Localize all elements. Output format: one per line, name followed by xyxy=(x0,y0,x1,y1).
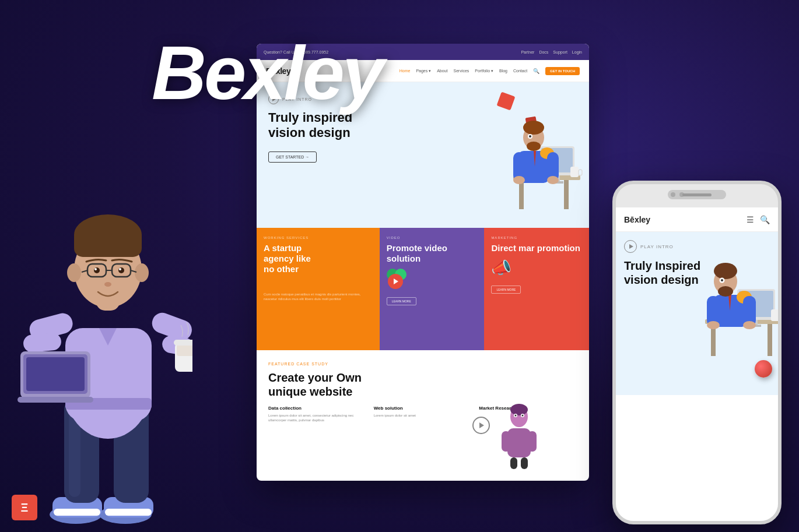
nav-item-services[interactable]: Services xyxy=(454,69,469,73)
svg-rect-60 xyxy=(570,167,579,177)
case-item-title-2: Web solution xyxy=(374,406,472,411)
mobile-screen: Bēxley ☰ 🔍 PLAY INTRO Truly Inspired vis… xyxy=(616,207,778,521)
mobile-mockup: Bēxley ☰ 🔍 PLAY INTRO Truly Inspired vis… xyxy=(612,181,782,524)
topbar-link-login: Login xyxy=(572,50,582,54)
hero-cta-button[interactable]: GET STARTED → xyxy=(268,152,317,163)
mobile-nav-icons: ☰ 🔍 xyxy=(747,215,770,224)
nav-item-about[interactable]: About xyxy=(437,69,447,73)
svg-point-81 xyxy=(714,263,737,279)
svg-rect-75 xyxy=(768,324,772,356)
hero-worker-figure xyxy=(507,100,583,216)
svg-point-55 xyxy=(513,176,525,184)
svg-rect-42 xyxy=(519,180,524,209)
svg-rect-22 xyxy=(177,344,192,356)
svg-rect-24 xyxy=(174,340,192,346)
svg-point-49 xyxy=(523,121,544,135)
svg-point-30 xyxy=(135,263,149,282)
svg-point-89 xyxy=(721,279,723,281)
svg-point-36 xyxy=(94,267,100,273)
mobile-search-icon[interactable]: 🔍 xyxy=(760,215,770,224)
topbar-link-partner: Partner xyxy=(521,50,534,54)
svg-point-37 xyxy=(118,267,124,273)
service-title-2: Promote video solution xyxy=(387,243,478,264)
nav-menu: Home Pages ▾ About Services Portfolio ▾ … xyxy=(400,67,580,75)
svg-rect-18 xyxy=(17,397,93,403)
svg-point-56 xyxy=(547,176,559,184)
mobile-menu-icon[interactable]: ☰ xyxy=(747,215,754,224)
svg-point-72 xyxy=(522,415,524,417)
mobile-camera xyxy=(671,192,675,197)
mobile-nav: Bēxley ☰ 🔍 xyxy=(616,207,778,232)
svg-point-58 xyxy=(529,135,531,138)
svg-rect-14 xyxy=(23,332,62,353)
svg-rect-63 xyxy=(507,428,531,457)
topbar-links: Partner Docs Support Login xyxy=(521,50,582,54)
service-label-3: MARKETING xyxy=(491,236,582,239)
service-card-startup: WORKING SERVICES A startupagency likeno … xyxy=(257,228,380,350)
case-study-play-button[interactable] xyxy=(472,417,490,434)
service-title-1: A startupagency likeno other xyxy=(264,243,373,274)
mobile-play-label: PLAY INTRO xyxy=(640,244,674,249)
mobile-hero-figure xyxy=(702,244,778,360)
case-item-web: Web solution Lorem ipsum dolor sit amet xyxy=(374,406,472,423)
svg-rect-67 xyxy=(521,457,528,469)
video-icon-group xyxy=(387,269,416,289)
brand-title: Bexley xyxy=(152,35,382,111)
svg-rect-28 xyxy=(74,228,142,257)
case-item-data: Data collection Lorem ipsum dolor sit am… xyxy=(268,406,367,423)
service-label-1: WORKING SERVICES xyxy=(264,236,373,239)
svg-rect-17 xyxy=(26,357,85,391)
red-decorative-ball xyxy=(755,360,772,378)
svg-point-40 xyxy=(104,282,111,287)
service-label-2: VIDEO xyxy=(387,236,478,239)
case-play-triangle xyxy=(479,422,484,428)
mobile-play-circle[interactable] xyxy=(624,240,637,253)
svg-rect-92 xyxy=(771,309,778,321)
nav-item-blog[interactable]: Blog xyxy=(499,69,507,73)
desktop-services: WORKING SERVICES A startupagency likeno … xyxy=(257,228,589,350)
nav-item-pages[interactable]: Pages ▾ xyxy=(416,69,431,73)
learn-more-video[interactable]: LEARN MORE xyxy=(387,297,416,305)
svg-point-91 xyxy=(718,286,733,297)
nav-item-contact[interactable]: Contact xyxy=(513,69,527,73)
svg-rect-66 xyxy=(510,457,517,469)
elementor-badge[interactable]: Ξ xyxy=(12,495,37,520)
svg-rect-43 xyxy=(564,180,569,209)
mobile-logo: Bēxley xyxy=(624,215,650,224)
elementor-symbol: Ξ xyxy=(21,501,29,515)
character-3d xyxy=(17,136,192,532)
svg-point-87 xyxy=(743,321,756,329)
mobile-hero: PLAY INTRO Truly Inspired vision design xyxy=(616,232,778,395)
svg-rect-64 xyxy=(502,431,510,452)
play-icon xyxy=(394,279,398,284)
svg-point-71 xyxy=(515,415,517,417)
case-study-label: FEATURED CASE STUDY xyxy=(268,362,577,366)
nav-item-home[interactable]: Home xyxy=(400,69,411,73)
case-item-text-2: Lorem ipsum dolor sit amet xyxy=(374,413,472,418)
service-text-1: Cum socle natoque penatibus et magnis di… xyxy=(264,292,373,302)
megaphone-icon: 📣 xyxy=(491,258,582,277)
case-study-figure xyxy=(496,399,542,469)
svg-point-68 xyxy=(510,404,528,415)
learn-more-marketing[interactable]: LEARN MORE xyxy=(491,286,521,294)
nav-cta-button[interactable]: GET IN TOUCH xyxy=(545,67,580,75)
nav-search-icon[interactable]: 🔍 xyxy=(533,68,539,74)
svg-rect-65 xyxy=(528,431,537,452)
mobile-speaker xyxy=(682,193,712,196)
topbar-link-docs: Docs xyxy=(539,50,548,54)
mobile-play-triangle xyxy=(629,244,633,249)
svg-point-29 xyxy=(67,263,81,282)
case-study-title: Create your Own unique website xyxy=(268,371,577,399)
case-item-text-1: Lorem ipsum dolor sit amet, consectetur … xyxy=(268,413,367,423)
svg-point-39 xyxy=(119,268,121,270)
svg-rect-61 xyxy=(579,170,582,175)
svg-point-86 xyxy=(707,321,720,329)
svg-rect-4 xyxy=(54,509,100,516)
service-card-video: VIDEO Promote video solution LEARN MORE xyxy=(380,228,485,350)
case-item-title-1: Data collection xyxy=(268,406,367,411)
desktop-case-study: FEATURED CASE STUDY Create your Own uniq… xyxy=(257,350,589,473)
nav-item-portfolio[interactable]: Portfolio ▾ xyxy=(475,69,493,73)
topbar-link-support: Support xyxy=(553,50,567,54)
video-play-button[interactable] xyxy=(388,274,403,289)
service-card-marketing: MARKETING Direct mar promotion 📣 LEARN M… xyxy=(484,228,589,350)
